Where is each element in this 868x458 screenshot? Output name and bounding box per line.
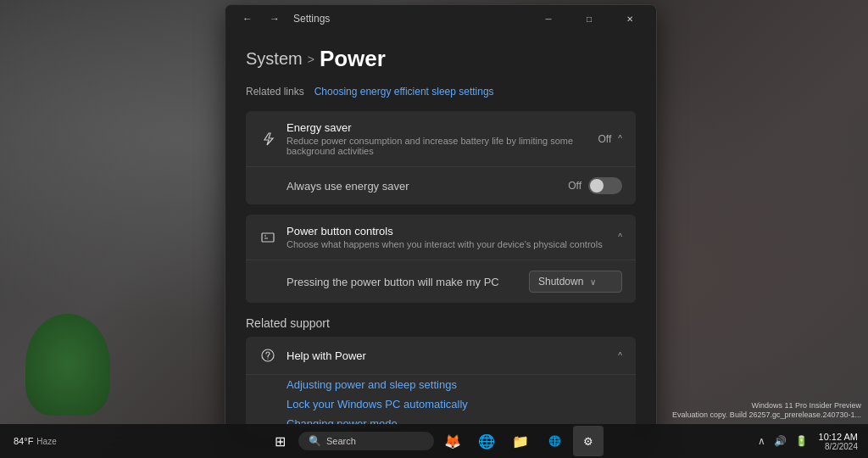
energy-saver-header[interactable]: Energy saver Reduce power consumption an… bbox=[246, 111, 636, 166]
related-links: Related links Choosing energy efficient … bbox=[246, 86, 636, 98]
eval-line1: Windows 11 Pro Insider Preview bbox=[672, 401, 861, 411]
eval-notice: Windows 11 Pro Insider Preview Evaluatio… bbox=[672, 401, 861, 421]
search-bar[interactable]: 🔍 Search bbox=[298, 432, 434, 450]
tray-expand[interactable]: ∧ bbox=[755, 433, 768, 449]
power-button-header-left: Power button controls Choose what happen… bbox=[259, 225, 603, 249]
help-header-left: Help with Power bbox=[259, 347, 366, 364]
clock-time: 10:12 AM bbox=[819, 432, 858, 442]
help-link-1[interactable]: Adjusting power and sleep settings bbox=[246, 375, 636, 394]
power-button-title: Power button controls bbox=[287, 225, 603, 237]
energy-saver-status-text: Off bbox=[598, 133, 612, 145]
help-with-power-section: Help with Power ^ Adjusting power and sl… bbox=[246, 337, 636, 433]
toggle-off-label: Off bbox=[568, 180, 581, 192]
energy-saver-toggle[interactable]: Off bbox=[568, 177, 622, 194]
energy-saver-section: Energy saver Reduce power consumption an… bbox=[246, 111, 636, 204]
always-use-energy-saver-row: Always use energy saver Off bbox=[246, 167, 636, 204]
related-links-label: Related links bbox=[246, 86, 304, 98]
clock-date: 8/2/2024 bbox=[819, 442, 858, 451]
settings-window: ← → Settings ─ □ ✕ System > Power Relate… bbox=[225, 4, 657, 445]
start-button[interactable]: ⊞ bbox=[264, 426, 295, 456]
power-button-header[interactable]: Power button controls Choose what happen… bbox=[246, 215, 636, 260]
power-button-chevron-container: ^ bbox=[618, 232, 622, 242]
eval-line2: Evaluation copy. Build 26257.gc_prerelea… bbox=[672, 411, 861, 421]
toggle-knob bbox=[590, 179, 604, 193]
taskbar-icon-2[interactable]: 🌐 bbox=[471, 426, 502, 456]
maximize-button[interactable]: □ bbox=[570, 5, 609, 32]
power-button-section: Power button controls Choose what happen… bbox=[246, 215, 636, 303]
toggle-switch[interactable] bbox=[588, 177, 622, 194]
taskbar-icon-4[interactable]: 🌐 bbox=[539, 426, 570, 456]
back-button[interactable]: ← bbox=[236, 7, 259, 31]
power-button-chevron: ^ bbox=[618, 232, 622, 242]
dropdown-arrow-icon: ∨ bbox=[590, 277, 596, 287]
energy-saver-title: Energy saver bbox=[287, 121, 598, 134]
power-button-content: Pressing the power button will make my P… bbox=[246, 260, 636, 303]
taskbar-icon-3[interactable]: 📁 bbox=[505, 426, 536, 456]
window-title: Settings bbox=[293, 13, 330, 25]
power-button-action-row: Pressing the power button will make my P… bbox=[246, 260, 636, 303]
close-button[interactable]: ✕ bbox=[610, 5, 649, 32]
nav-buttons: ← → bbox=[236, 7, 287, 31]
title-bar-left: ← → Settings bbox=[236, 7, 330, 31]
help-icon bbox=[259, 347, 276, 364]
energy-saver-content: Always use energy saver Off bbox=[246, 166, 636, 204]
energy-settings-link[interactable]: Choosing energy efficient sleep settings bbox=[314, 86, 494, 98]
plant-decoration bbox=[25, 314, 110, 416]
energy-saver-chevron: ^ bbox=[618, 134, 622, 143]
taskbar-icon-1[interactable]: 🦊 bbox=[437, 426, 468, 456]
power-button-title-group: Power button controls Choose what happen… bbox=[287, 225, 603, 249]
power-button-action-label: Pressing the power button will make my P… bbox=[287, 276, 499, 288]
svg-rect-0 bbox=[262, 233, 274, 242]
weather-condition: Haze bbox=[36, 437, 56, 446]
weather-temp: 84°F bbox=[14, 436, 33, 446]
volume-icon[interactable]: 🔊 bbox=[771, 433, 789, 449]
help-chevron-container: ^ bbox=[618, 351, 622, 360]
energy-saver-icon bbox=[259, 131, 276, 148]
desktop: ← → Settings ─ □ ✕ System > Power Relate… bbox=[0, 0, 868, 458]
energy-saver-status: Off ^ bbox=[598, 133, 623, 145]
power-button-subtitle: Choose what happens when you interact wi… bbox=[287, 239, 603, 249]
always-energy-saver-label: Always use energy saver bbox=[287, 180, 409, 193]
help-link-2[interactable]: Lock your Windows PC automatically bbox=[246, 394, 636, 414]
minimize-button[interactable]: ─ bbox=[529, 5, 568, 32]
window-controls: ─ □ ✕ bbox=[529, 5, 649, 32]
search-text: Search bbox=[326, 436, 356, 446]
energy-saver-header-left: Energy saver Reduce power consumption an… bbox=[259, 121, 598, 156]
help-chevron: ^ bbox=[618, 351, 622, 360]
energy-saver-subtitle: Reduce power consumption and increase ba… bbox=[287, 136, 598, 156]
shutdown-dropdown[interactable]: Shutdown ∨ bbox=[529, 271, 622, 293]
power-button-icon bbox=[259, 229, 276, 246]
help-title: Help with Power bbox=[287, 349, 366, 362]
breadcrumb-power: Power bbox=[320, 46, 386, 72]
breadcrumb-system[interactable]: System bbox=[246, 49, 303, 69]
taskbar-icon-settings[interactable]: ⚙ bbox=[573, 426, 604, 456]
clock[interactable]: 10:12 AM 8/2/2024 bbox=[815, 430, 861, 453]
settings-content: System > Power Related links Choosing en… bbox=[225, 32, 656, 444]
taskbar-left: 84°F Haze bbox=[7, 433, 64, 450]
help-with-power-header[interactable]: Help with Power ^ bbox=[246, 337, 636, 374]
svg-point-4 bbox=[267, 358, 268, 359]
related-support-heading: Related support bbox=[246, 316, 636, 330]
weather-widget[interactable]: 84°F Haze bbox=[7, 433, 64, 450]
title-bar: ← → Settings ─ □ ✕ bbox=[225, 5, 656, 32]
energy-saver-title-group: Energy saver Reduce power consumption an… bbox=[287, 121, 598, 156]
shutdown-value: Shutdown bbox=[538, 276, 583, 288]
breadcrumb-separator: > bbox=[308, 53, 314, 66]
taskbar-right: ∧ 🔊 🔋 10:12 AM 8/2/2024 bbox=[755, 430, 861, 453]
taskbar-center: ⊞ 🔍 Search 🦊 🌐 📁 🌐 ⚙ bbox=[264, 426, 604, 456]
taskbar: 84°F Haze ⊞ 🔍 Search 🦊 🌐 📁 🌐 ⚙ ∧ 🔊 🔋 bbox=[0, 424, 868, 458]
system-tray: ∧ 🔊 🔋 bbox=[755, 433, 810, 449]
battery-icon[interactable]: 🔋 bbox=[793, 433, 810, 449]
help-title-group: Help with Power bbox=[287, 349, 366, 362]
forward-button[interactable]: → bbox=[263, 7, 287, 31]
breadcrumb: System > Power bbox=[246, 46, 636, 72]
